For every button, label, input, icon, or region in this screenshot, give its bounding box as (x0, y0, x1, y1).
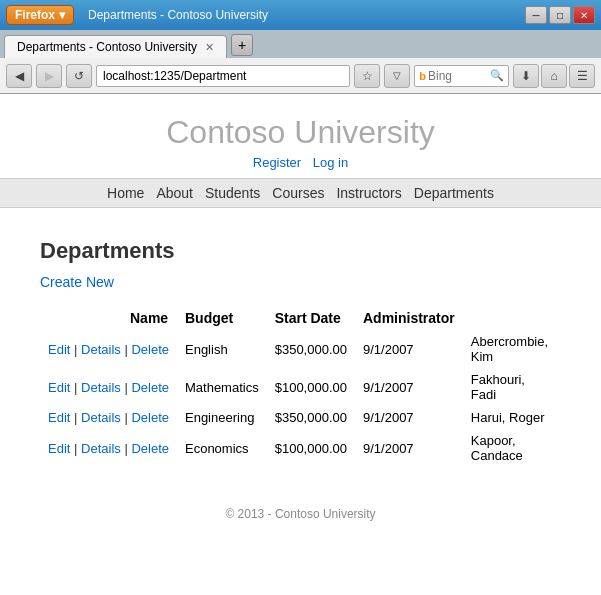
page-title: Departments (40, 238, 561, 264)
home-button[interactable]: ⌂ (541, 64, 567, 88)
row-admin: Kapoor, Candace (463, 429, 561, 467)
row-name: Economics (177, 429, 267, 467)
browser-window: Firefox ▾ Departments - Contoso Universi… (0, 0, 601, 595)
row-actions: Edit | Details | Delete (40, 406, 177, 429)
main-content: Departments Create New Name Budget Start… (0, 218, 601, 551)
tab-bar: Departments - Contoso University ✕ + (0, 30, 601, 58)
minimize-button[interactable]: ─ (525, 6, 547, 24)
table-header-row: Name Budget Start Date Administrator (40, 306, 561, 330)
row-name: English (177, 330, 267, 368)
edit-link[interactable]: Edit (48, 380, 70, 395)
footer-text: © 2013 - Contoso University (225, 507, 375, 521)
title-bar: Firefox ▾ Departments - Contoso Universi… (0, 0, 601, 30)
site-title: Contoso University (0, 114, 601, 151)
table-row: Edit | Details | Delete Economics $100,0… (40, 429, 561, 467)
col-admin-header: Administrator (355, 306, 463, 330)
edit-link[interactable]: Edit (48, 410, 70, 425)
edit-link[interactable]: Edit (48, 342, 70, 357)
row-startdate: 9/1/2007 (355, 429, 463, 467)
row-budget: $350,000.00 (267, 330, 355, 368)
auth-links: Register Log in (0, 155, 601, 170)
nav-students[interactable]: Students (205, 185, 260, 201)
search-box: b 🔍 (414, 65, 509, 87)
login-link[interactable]: Log in (313, 155, 348, 170)
row-budget: $350,000.00 (267, 406, 355, 429)
details-link[interactable]: Details (81, 410, 121, 425)
row-startdate: 9/1/2007 (355, 368, 463, 406)
bookmark-btn2[interactable]: ▽ (384, 64, 410, 88)
window-controls: ─ □ ✕ (525, 6, 595, 24)
table-row: Edit | Details | Delete Mathematics $100… (40, 368, 561, 406)
active-tab[interactable]: Departments - Contoso University ✕ (4, 35, 227, 58)
forward-button[interactable]: ▶ (36, 64, 62, 88)
row-startdate: 9/1/2007 (355, 330, 463, 368)
create-new-link[interactable]: Create New (40, 274, 114, 290)
details-link[interactable]: Details (81, 441, 121, 456)
col-startdate-header: Start Date (267, 306, 355, 330)
col-budget-header: Budget (177, 306, 267, 330)
nav-home[interactable]: Home (107, 185, 144, 201)
details-link[interactable]: Details (81, 342, 121, 357)
row-actions: Edit | Details | Delete (40, 429, 177, 467)
firefox-label: Firefox (15, 8, 55, 22)
search-input[interactable] (428, 69, 488, 83)
site-header: Contoso University Register Log in Home … (0, 94, 601, 218)
row-admin: Abercrombie, Kim (463, 330, 561, 368)
bookmark-button[interactable]: ☆ (354, 64, 380, 88)
delete-link[interactable]: Delete (131, 342, 169, 357)
nav-instructors[interactable]: Instructors (336, 185, 401, 201)
address-bar: ◀ ▶ ↺ ☆ ▽ b 🔍 ⬇ ⌂ ☰ (0, 58, 601, 94)
table-row: Edit | Details | Delete English $350,000… (40, 330, 561, 368)
delete-link[interactable]: Delete (131, 380, 169, 395)
new-tab-button[interactable]: + (231, 34, 253, 56)
details-link[interactable]: Details (81, 380, 121, 395)
edit-link[interactable]: Edit (48, 441, 70, 456)
table-row: Edit | Details | Delete Engineering $350… (40, 406, 561, 429)
row-actions: Edit | Details | Delete (40, 368, 177, 406)
nav-about[interactable]: About (156, 185, 193, 201)
window-title: Departments - Contoso University (80, 8, 519, 22)
create-link-container: Create New (40, 274, 561, 290)
delete-link[interactable]: Delete (131, 410, 169, 425)
row-budget: $100,000.00 (267, 429, 355, 467)
page: Contoso University Register Log in Home … (0, 94, 601, 595)
close-button[interactable]: ✕ (573, 6, 595, 24)
row-admin: Fakhouri, Fadi (463, 368, 561, 406)
departments-table: Name Budget Start Date Administrator Edi… (40, 306, 561, 467)
toolbar-buttons: ⬇ ⌂ ☰ (513, 64, 595, 88)
firefox-dropdown-icon: ▾ (59, 8, 65, 22)
row-startdate: 9/1/2007 (355, 406, 463, 429)
nav-courses[interactable]: Courses (272, 185, 324, 201)
address-input[interactable] (96, 65, 350, 87)
reload-button[interactable]: ↺ (66, 64, 92, 88)
row-name: Engineering (177, 406, 267, 429)
search-icon[interactable]: 🔍 (490, 69, 504, 82)
row-budget: $100,000.00 (267, 368, 355, 406)
row-name: Mathematics (177, 368, 267, 406)
row-actions: Edit | Details | Delete (40, 330, 177, 368)
row-admin: Harui, Roger (463, 406, 561, 429)
delete-link[interactable]: Delete (131, 441, 169, 456)
tab-title: Departments - Contoso University (17, 40, 197, 54)
bing-logo: b (419, 70, 426, 82)
register-link[interactable]: Register (253, 155, 301, 170)
col-name-header: Name (40, 306, 177, 330)
main-nav: Home About Students Courses Instructors … (0, 178, 601, 208)
browser-content: Contoso University Register Log in Home … (0, 94, 601, 595)
back-button[interactable]: ◀ (6, 64, 32, 88)
maximize-button[interactable]: □ (549, 6, 571, 24)
menu-button[interactable]: ☰ (569, 64, 595, 88)
footer: © 2013 - Contoso University (40, 487, 561, 531)
nav-departments[interactable]: Departments (414, 185, 494, 201)
firefox-button[interactable]: Firefox ▾ (6, 5, 74, 25)
tab-close-icon[interactable]: ✕ (205, 41, 214, 54)
download-button[interactable]: ⬇ (513, 64, 539, 88)
